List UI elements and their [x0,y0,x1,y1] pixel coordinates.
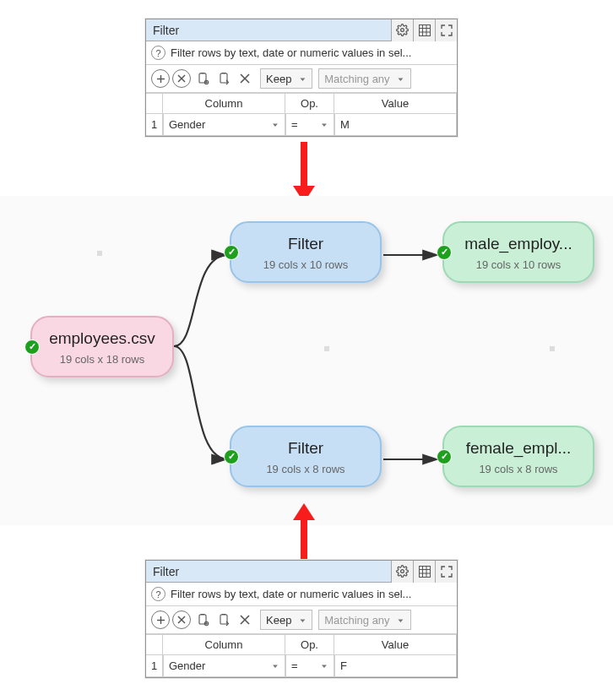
node-subtitle: 19 cols x 10 rows [247,258,365,271]
plus-icon[interactable] [151,69,170,88]
dropdown-icon: ▼ [298,76,306,82]
dropdown-icon: ▼ [320,122,328,128]
col-header-value: Value [334,93,457,114]
node-subtitle: 19 cols x 10 rows [459,258,578,271]
row-number: 1 [146,655,163,677]
panel-toolbar: Keep ▼ Matching any ▼ [146,606,457,634]
filter-panel-top: Filter ? Filter rows by text, date or nu… [145,19,458,137]
svg-rect-14 [220,73,227,83]
node-subtitle: 19 cols x 8 rows [459,463,578,475]
node-title: female_empl... [459,439,578,458]
value-cell[interactable]: M [334,114,457,136]
paste-icon[interactable] [214,610,233,629]
clear-icon[interactable] [172,69,191,88]
node-filter-bottom[interactable]: ✓ Filter 19 cols x 8 rows [230,426,382,487]
filter-panel-bottom: Filter ? Filter rows by text, date or nu… [145,560,458,678]
svg-rect-33 [220,615,227,624]
flow-canvas: ✓ employees.csv 19 cols x 18 rows ✓ Filt… [0,196,613,525]
dropdown-icon: ▼ [397,76,405,82]
plus-icon[interactable] [151,610,170,629]
node-filter-top[interactable]: ✓ Filter 19 cols x 10 rows [230,221,382,283]
node-title: employees.csv [47,329,157,348]
panel-toolbar: Keep ▼ Matching any ▼ [146,65,457,93]
panel-grid: Column Op. Value 1 Gender ▼ = ▼ F [146,634,457,677]
svg-point-19 [401,570,404,573]
check-icon: ✓ [24,339,40,355]
op-cell[interactable]: = ▼ [285,655,334,677]
check-icon: ✓ [437,245,452,260]
node-employees[interactable]: ✓ employees.csv 19 cols x 18 rows [30,316,174,377]
column-cell[interactable]: Gender ▼ [163,114,285,136]
delete-icon[interactable] [236,69,254,88]
dropdown-icon: ▼ [271,663,279,669]
panel-help: ? Filter rows by text, date or numeric v… [146,583,457,606]
check-icon: ✓ [437,449,452,464]
col-header-op: Op. [285,93,334,114]
keep-select-label: Keep [266,614,291,627]
check-icon: ✓ [224,449,239,464]
match-select-label: Matching any [324,614,389,627]
value-cell[interactable]: F [334,655,457,677]
gear-icon[interactable] [391,19,413,41]
column-cell[interactable]: Gender ▼ [163,655,285,677]
delete-icon[interactable] [236,610,254,629]
keep-select[interactable]: Keep ▼ [260,68,312,89]
dropdown-icon: ▼ [298,617,306,623]
clear-icon[interactable] [172,610,191,629]
op-value: = [291,118,298,131]
col-header-column: Column [163,93,285,114]
op-cell[interactable]: = ▼ [285,114,334,136]
panel-help-text: Filter rows by text, date or numeric val… [171,588,411,600]
gear-icon[interactable] [391,561,413,583]
panel-title: Filter [146,565,391,578]
grid-icon[interactable] [413,19,435,41]
col-header-blank [146,93,163,114]
column-value: Gender [169,118,205,131]
node-title: Filter [247,439,365,458]
svg-rect-20 [419,566,430,577]
value-text: F [340,659,347,672]
node-female-output[interactable]: ✓ female_empl... 19 cols x 8 rows [442,426,594,487]
node-subtitle: 19 cols x 18 rows [47,353,157,366]
node-title: Filter [247,235,365,253]
col-header-value: Value [334,634,457,655]
grid-icon[interactable] [413,561,435,583]
panel-titlebar: Filter [146,561,457,583]
arrow-up [296,503,312,564]
panel-title: Filter [146,24,391,37]
arrow-down [296,142,312,203]
svg-point-0 [401,29,404,32]
panel-grid: Column Op. Value 1 Gender ▼ = ▼ M [146,93,457,136]
expand-icon[interactable] [435,561,457,583]
panel-help-text: Filter rows by text, date or numeric val… [171,46,411,59]
col-header-column: Column [163,634,285,655]
node-subtitle: 19 cols x 8 rows [247,463,365,475]
col-header-blank [146,634,163,655]
column-value: Gender [169,659,205,672]
match-select[interactable]: Matching any ▼ [318,68,410,89]
help-icon[interactable]: ? [151,46,165,60]
expand-icon[interactable] [435,19,457,41]
keep-select[interactable]: Keep ▼ [260,610,312,630]
match-select[interactable]: Matching any ▼ [318,610,410,630]
copy-icon[interactable] [193,610,212,629]
paste-icon[interactable] [214,69,233,88]
node-male-output[interactable]: ✓ male_employ... 19 cols x 10 rows [442,221,594,283]
check-icon: ✓ [224,245,239,260]
keep-select-label: Keep [266,73,291,85]
dropdown-icon: ▼ [397,617,405,623]
node-title: male_employ... [459,235,578,253]
help-icon[interactable]: ? [151,587,165,601]
value-text: M [340,118,350,131]
row-number: 1 [146,114,163,136]
dropdown-icon: ▼ [320,663,328,669]
dropdown-icon: ▼ [271,122,279,128]
col-header-op: Op. [285,634,334,655]
svg-rect-1 [419,24,430,35]
copy-icon[interactable] [193,69,212,88]
panel-help: ? Filter rows by text, date or numeric v… [146,41,457,65]
op-value: = [291,659,298,672]
match-select-label: Matching any [324,73,389,85]
panel-titlebar: Filter [146,19,457,41]
